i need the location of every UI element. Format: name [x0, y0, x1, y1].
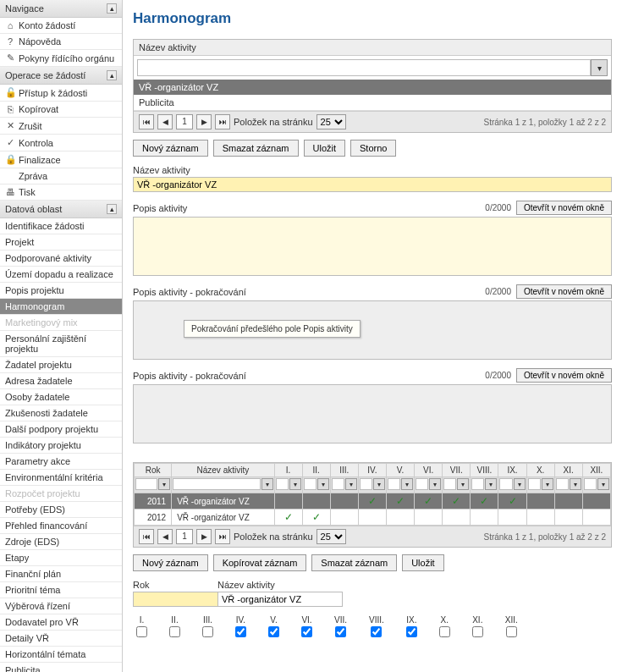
cont-textarea-2[interactable]: [133, 384, 612, 443]
filter-icon[interactable]: ▾: [457, 478, 469, 490]
open-new-window-button[interactable]: Otevřít v novém okně: [516, 284, 612, 299]
pager-next[interactable]: ▶: [196, 529, 212, 544]
pager-first[interactable]: ⏮: [139, 114, 154, 129]
filter-icon[interactable]: ▾: [514, 478, 526, 490]
sidebar-item[interactable]: 🔒Finalizace: [0, 151, 122, 168]
sidebar-item[interactable]: Projekt: [0, 234, 122, 251]
sidebar-item[interactable]: ⌂Konto žádostí: [0, 18, 122, 34]
filter-input[interactable]: [556, 478, 569, 490]
action-button[interactable]: Smazat záznam: [311, 554, 397, 571]
sidebar-item[interactable]: 🔓Přístup k žádosti: [0, 85, 122, 102]
month-checkbox[interactable]: [406, 626, 417, 637]
sidebar-item[interactable]: Detaily VŘ: [0, 631, 122, 647]
filter-icon[interactable]: ▾: [373, 478, 385, 490]
open-new-window-button[interactable]: Otevřít v novém okně: [516, 201, 612, 215]
filter-icon[interactable]: ▾: [158, 478, 170, 490]
list-row[interactable]: Publicita: [134, 95, 611, 111]
filter-input[interactable]: [173, 478, 260, 490]
month-checkbox[interactable]: [235, 626, 246, 637]
month-checkbox[interactable]: [301, 626, 312, 637]
sidebar-item[interactable]: Žadatel projektu: [0, 357, 122, 373]
filter-icon[interactable]: ▾: [542, 478, 553, 490]
filter-input[interactable]: [360, 478, 372, 490]
pager-last[interactable]: ⏭: [215, 114, 230, 129]
month-checkbox[interactable]: [472, 626, 483, 637]
action-button[interactable]: Uložit: [402, 554, 444, 571]
month-checkbox[interactable]: [169, 626, 180, 637]
data-header[interactable]: Datová oblast▴: [0, 201, 122, 218]
sidebar-item[interactable]: Dodavatel pro VŘ: [0, 614, 122, 631]
filter-icon[interactable]: ▾: [485, 478, 497, 490]
month-checkbox[interactable]: [202, 626, 213, 637]
action-button[interactable]: Nový záznam: [133, 554, 208, 571]
sidebar-item[interactable]: Harmonogram: [0, 299, 122, 315]
filter-input[interactable]: [499, 478, 512, 490]
filter-icon[interactable]: ▾: [429, 478, 441, 490]
filter-input[interactable]: [304, 478, 317, 490]
filter-input[interactable]: [388, 478, 400, 490]
ops-header[interactable]: Operace se žádostí▴: [0, 67, 122, 85]
filter-input[interactable]: [528, 478, 541, 490]
list-row-selected[interactable]: VŘ -organizátor VZ: [134, 80, 611, 95]
sidebar-item[interactable]: ✓Kontrola: [0, 135, 122, 151]
action-button[interactable]: Uložit: [304, 140, 346, 157]
filter-icon[interactable]: ▾: [289, 478, 301, 490]
filter-input[interactable]: [276, 478, 289, 490]
sidebar-item[interactable]: Výběrová řízení: [0, 598, 122, 614]
filter-icon[interactable]: ▾: [317, 478, 329, 490]
bottom-name-input[interactable]: [217, 592, 343, 607]
filter-input[interactable]: [584, 478, 597, 490]
sidebar-item[interactable]: Potřeby (EDS): [0, 502, 122, 518]
sidebar-item[interactable]: Zdroje (EDS): [0, 534, 122, 550]
pager-last[interactable]: ⏭: [215, 529, 230, 544]
filter-icon[interactable]: ▾: [345, 478, 357, 490]
sidebar-item[interactable]: Další podpory projektu: [0, 421, 122, 438]
sidebar-item[interactable]: Horizontální témata: [0, 647, 122, 663]
collapse-icon[interactable]: ▴: [107, 70, 117, 80]
per-page-select[interactable]: 25: [317, 529, 346, 544]
sidebar-item[interactable]: 🖶Tisk: [0, 185, 122, 201]
open-new-window-button[interactable]: Otevřít v novém okně: [516, 368, 612, 383]
filter-input[interactable]: [471, 478, 484, 490]
per-page-select[interactable]: 25: [317, 114, 346, 129]
sidebar-item[interactable]: Přehled financování: [0, 518, 122, 534]
sidebar-item[interactable]: Adresa žadatele: [0, 373, 122, 389]
filter-icon[interactable]: ▾: [401, 478, 413, 490]
sidebar-item[interactable]: ?Nápověda: [0, 34, 122, 50]
sidebar-item[interactable]: ⎘Kopírovat: [0, 102, 122, 118]
sidebar-item[interactable]: Území dopadu a realizace: [0, 267, 122, 283]
sidebar-item[interactable]: Etapy: [0, 550, 122, 566]
sidebar-item[interactable]: Parametry akce: [0, 454, 122, 470]
filter-input[interactable]: [332, 478, 344, 490]
pager-first[interactable]: ⏮: [139, 529, 154, 544]
pager-prev[interactable]: ◀: [157, 529, 173, 544]
desc-textarea[interactable]: [133, 217, 612, 276]
sched-row[interactable]: 2011VŘ -organizátor VZ✓✓✓✓✓✓: [135, 493, 611, 510]
filter-input[interactable]: [135, 478, 157, 490]
sidebar-item[interactable]: Podporované aktivity: [0, 251, 122, 267]
sidebar-item[interactable]: Prioritní téma: [0, 582, 122, 598]
action-button[interactable]: Nový záznam: [133, 140, 208, 157]
sidebar-item[interactable]: Zpráva: [0, 168, 122, 185]
sidebar-item[interactable]: Osoby žadatele: [0, 389, 122, 405]
action-button[interactable]: Storno: [350, 140, 396, 157]
month-checkbox[interactable]: [268, 626, 279, 637]
sidebar-item[interactable]: Finanční plán: [0, 566, 122, 582]
month-checkbox[interactable]: [136, 626, 147, 637]
pager-prev[interactable]: ◀: [157, 114, 173, 129]
month-checkbox[interactable]: [506, 626, 517, 637]
month-checkbox[interactable]: [371, 626, 382, 637]
action-button[interactable]: Smazat záznam: [213, 140, 299, 157]
sidebar-item[interactable]: Personální zajištění projektu: [0, 331, 122, 357]
sidebar-item[interactable]: Zkušenosti žadatele: [0, 405, 122, 421]
collapse-icon[interactable]: ▴: [107, 3, 117, 14]
nav-header[interactable]: Navigace▴: [0, 0, 122, 18]
sidebar-item[interactable]: Popis projektu: [0, 283, 122, 299]
filter-icon[interactable]: ▾: [597, 478, 609, 490]
sidebar-item[interactable]: ✕Zrušit: [0, 118, 122, 135]
sidebar-item[interactable]: Indikátory projektu: [0, 438, 122, 454]
filter-input[interactable]: [416, 478, 428, 490]
sidebar-item[interactable]: ✎Pokyny řídícího orgánu: [0, 50, 122, 67]
filter-icon[interactable]: ▾: [570, 478, 581, 490]
filter-input[interactable]: [443, 478, 456, 490]
